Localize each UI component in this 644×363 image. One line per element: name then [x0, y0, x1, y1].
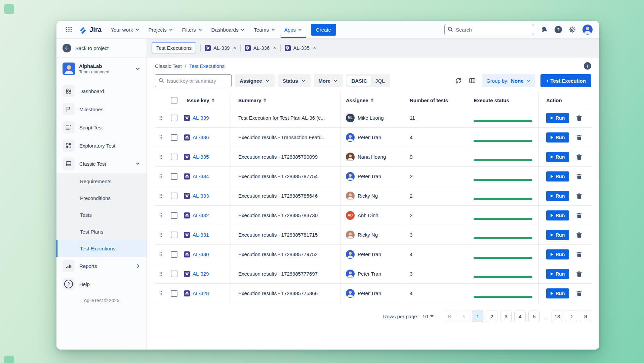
- settings-gear-icon[interactable]: [568, 25, 577, 34]
- jira-logo[interactable]: Jira: [76, 21, 106, 38]
- run-button[interactable]: Run: [546, 113, 569, 123]
- nav-dashboards[interactable]: Dashboards: [208, 21, 249, 38]
- user-avatar[interactable]: [582, 25, 593, 35]
- info-icon[interactable]: i: [584, 62, 591, 70]
- global-search-input[interactable]: [444, 24, 534, 35]
- more-filter-button[interactable]: More: [314, 74, 343, 87]
- page-button-5[interactable]: 5: [528, 311, 540, 322]
- run-button[interactable]: Run: [546, 191, 569, 201]
- issue-key-link[interactable]: AL-332: [193, 212, 209, 218]
- breadcrumb-current[interactable]: Test Executions: [189, 63, 225, 69]
- page-button-4[interactable]: 4: [514, 311, 526, 322]
- sidebar-item-classic-test[interactable]: Classic Test: [56, 155, 147, 173]
- run-button[interactable]: Run: [546, 269, 569, 279]
- status-filter-button[interactable]: Status: [278, 74, 311, 87]
- delete-icon[interactable]: [575, 172, 583, 180]
- row-checkbox[interactable]: [171, 134, 177, 141]
- column-assignee[interactable]: Assignee: [340, 92, 401, 108]
- assignee-filter-button[interactable]: Assignee: [235, 74, 275, 87]
- first-page-button[interactable]: [444, 311, 455, 322]
- sidebar-item-test-plans[interactable]: Test Plans: [56, 223, 147, 240]
- row-checkbox[interactable]: [171, 212, 177, 219]
- tab-al-336[interactable]: AL-336 ×: [245, 45, 276, 51]
- issue-key-link[interactable]: AL-329: [193, 271, 209, 277]
- row-checkbox[interactable]: [171, 271, 177, 277]
- sidebar-item-exploratory-test[interactable]: Exploratory Test: [56, 136, 147, 155]
- run-button[interactable]: Run: [546, 249, 569, 259]
- sidebar-item-milestones[interactable]: Milestones: [56, 100, 147, 118]
- row-checkbox[interactable]: [171, 232, 177, 238]
- delete-icon[interactable]: [575, 270, 583, 278]
- columns-icon[interactable]: [468, 76, 477, 85]
- back-to-project-button[interactable]: Back to project: [56, 39, 147, 58]
- page-button-1[interactable]: 1: [472, 311, 483, 322]
- sidebar-item-test-executions[interactable]: Test Executions: [56, 240, 147, 257]
- delete-icon[interactable]: [575, 192, 583, 200]
- sidebar-item-script-test[interactable]: Script Test: [56, 118, 147, 136]
- delete-icon[interactable]: [575, 114, 583, 122]
- run-button[interactable]: Run: [546, 171, 569, 182]
- drag-handle-icon[interactable]: [155, 108, 166, 127]
- issue-key-link[interactable]: AL-335: [193, 154, 209, 160]
- row-checkbox[interactable]: [171, 115, 177, 121]
- drag-handle-icon[interactable]: [155, 128, 166, 147]
- delete-icon[interactable]: [575, 231, 583, 239]
- issue-key-link[interactable]: AL-334: [193, 173, 209, 179]
- run-button[interactable]: Run: [546, 152, 569, 162]
- sidebar-item-preconditions[interactable]: Preconditions: [56, 190, 147, 206]
- run-button[interactable]: Run: [546, 210, 569, 220]
- issue-key-link[interactable]: AL-336: [193, 134, 209, 140]
- nav-your-work[interactable]: Your work: [107, 21, 143, 38]
- sidebar-item-dashboard[interactable]: Dashboard: [56, 82, 147, 100]
- tab-al-335[interactable]: AL-335 ×: [285, 45, 316, 51]
- last-page-button[interactable]: [580, 311, 591, 322]
- close-icon[interactable]: ×: [273, 45, 276, 51]
- drag-handle-icon[interactable]: [155, 147, 166, 166]
- row-checkbox[interactable]: [171, 290, 177, 297]
- close-icon[interactable]: ×: [233, 45, 236, 51]
- next-page-button[interactable]: [566, 311, 577, 322]
- issue-search-input[interactable]: [155, 74, 232, 87]
- row-checkbox[interactable]: [171, 251, 177, 258]
- nav-filters[interactable]: Filters: [178, 21, 206, 38]
- issue-key-link[interactable]: AL-331: [193, 232, 209, 238]
- drag-handle-icon[interactable]: [155, 225, 166, 244]
- close-icon[interactable]: ×: [313, 45, 316, 51]
- delete-icon[interactable]: [575, 153, 583, 161]
- drag-handle-icon[interactable]: [155, 206, 166, 225]
- nav-teams[interactable]: Teams: [250, 21, 279, 38]
- add-test-execution-button[interactable]: + Test Execution: [540, 74, 591, 87]
- delete-icon[interactable]: [575, 133, 583, 142]
- column-issue-key[interactable]: Issue key: [182, 92, 231, 108]
- mode-basic[interactable]: BASIC: [347, 76, 371, 86]
- delete-icon[interactable]: [575, 289, 583, 297]
- row-checkbox[interactable]: [171, 173, 177, 180]
- create-button[interactable]: Create: [311, 24, 336, 36]
- group-by-button[interactable]: Group by: None: [482, 74, 535, 87]
- select-all-checkbox[interactable]: [171, 97, 177, 104]
- drag-handle-icon[interactable]: [155, 264, 166, 283]
- issue-key-link[interactable]: AL-330: [193, 251, 209, 257]
- breadcrumb-parent[interactable]: Classic Test: [155, 63, 182, 69]
- row-checkbox[interactable]: [171, 193, 177, 199]
- run-button[interactable]: Run: [546, 288, 569, 298]
- tab-test-executions[interactable]: Test Executions: [152, 42, 196, 53]
- run-button[interactable]: Run: [546, 230, 569, 240]
- delete-icon[interactable]: [575, 250, 583, 258]
- notifications-bell-icon[interactable]: [540, 25, 549, 34]
- refresh-icon[interactable]: [454, 76, 463, 85]
- issue-key-link[interactable]: AL-328: [193, 290, 209, 296]
- row-checkbox[interactable]: [171, 154, 177, 160]
- help-icon[interactable]: ?: [555, 26, 562, 33]
- nav-apps[interactable]: Apps: [281, 21, 306, 38]
- drag-handle-icon[interactable]: [155, 245, 166, 264]
- previous-page-button[interactable]: [458, 311, 469, 322]
- page-button-3[interactable]: 3: [500, 311, 512, 322]
- drag-handle-icon[interactable]: [155, 284, 166, 303]
- mode-jql[interactable]: JQL: [371, 76, 389, 86]
- delete-icon[interactable]: [575, 211, 583, 219]
- run-button[interactable]: Run: [546, 132, 569, 143]
- column-summary[interactable]: Summary: [231, 92, 340, 108]
- rows-per-page-select[interactable]: 10: [421, 313, 435, 320]
- tab-al-339[interactable]: AL-339 ×: [205, 45, 236, 51]
